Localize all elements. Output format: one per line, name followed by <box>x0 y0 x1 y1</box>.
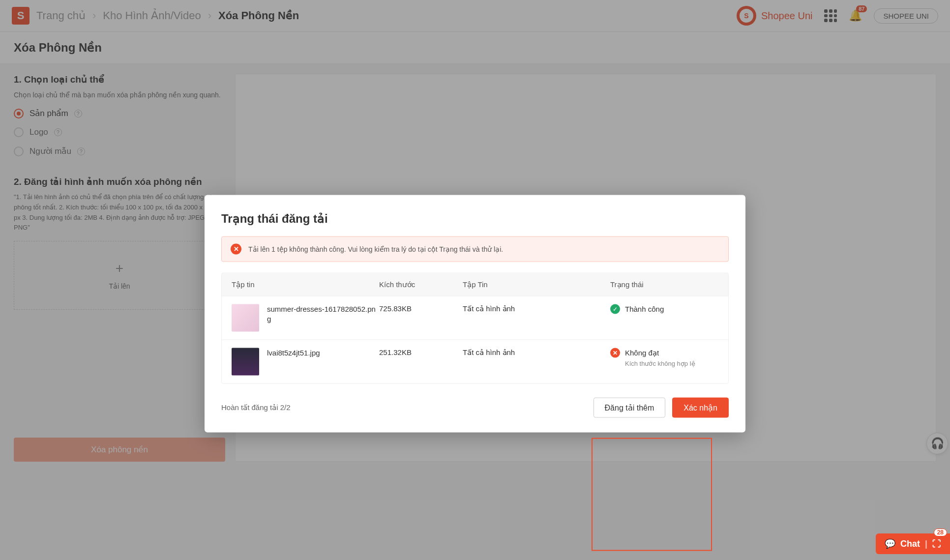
chat-count: 28 <box>934 529 947 536</box>
upload-more-button[interactable]: Đăng tải thêm <box>594 397 666 417</box>
file-thumbnail <box>232 304 259 331</box>
file-cell: lvai8t5z4jt51.jpg <box>232 348 379 375</box>
table-row: summer-dresses-1617828052.png 725.83KB T… <box>222 295 728 339</box>
error-icon: ✕ <box>231 243 241 254</box>
upload-status-modal: Trạng thái đăng tải ✕ Tải lên 1 tệp khôn… <box>205 195 745 432</box>
error-icon: ✕ <box>610 348 620 357</box>
footer-actions: Đăng tải thêm Xác nhận <box>594 397 729 417</box>
error-alert: ✕ Tải lên 1 tệp không thành công. Vui lò… <box>221 236 729 262</box>
file-thumbnail <box>232 348 259 375</box>
status-text: Không đạt <box>625 348 659 357</box>
status-text: Thành công <box>625 305 664 313</box>
chat-label: Chat <box>900 539 920 549</box>
file-type: Tất cả hình ảnh <box>463 304 610 313</box>
col-file: Tập tin <box>232 280 379 289</box>
alert-text: Tải lên 1 tệp không thành công. Vui lòng… <box>248 245 503 253</box>
chat-icon: 💬 <box>885 538 895 549</box>
status-reason: Kích thước không hợp lệ <box>610 359 718 367</box>
status-cell: ✕ Không đạt Kích thước không hợp lệ <box>610 348 718 367</box>
file-size: 251.32KB <box>379 348 463 356</box>
file-size: 725.83KB <box>379 304 463 312</box>
confirm-button[interactable]: Xác nhận <box>672 397 729 417</box>
modal-footer: Hoàn tất đăng tải 2/2 Đăng tải thêm Xác … <box>221 397 729 417</box>
expand-icon: ⛶ <box>932 539 941 549</box>
col-size: Kích thước <box>379 280 463 289</box>
chat-widget[interactable]: 💬 Chat | ⛶ 28 <box>876 533 950 554</box>
table-row: lvai8t5z4jt51.jpg 251.32KB Tất cả hình ả… <box>222 339 728 383</box>
file-cell: summer-dresses-1617828052.png <box>232 304 379 331</box>
upload-progress: Hoàn tất đăng tải 2/2 <box>221 403 291 412</box>
status-cell: ✓ Thành công <box>610 304 718 314</box>
upload-table: Tập tin Kích thước Tập Tin Trạng thái su… <box>221 272 729 383</box>
col-status: Trạng thái <box>610 280 718 289</box>
col-type: Tập Tin <box>463 280 610 289</box>
modal-title: Trạng thái đăng tải <box>221 211 729 225</box>
file-name: lvai8t5z4jt51.jpg <box>267 348 320 357</box>
success-icon: ✓ <box>610 304 620 314</box>
file-type: Tất cả hình ảnh <box>463 348 610 356</box>
table-header: Tập tin Kích thước Tập Tin Trạng thái <box>222 273 728 295</box>
file-name: summer-dresses-1617828052.png <box>267 304 379 324</box>
